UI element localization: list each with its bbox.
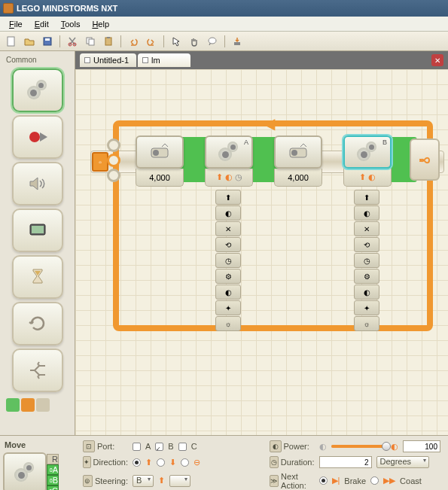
loop-arrow-icon: ◀━ <box>264 114 284 132</box>
file-tab-untitled[interactable]: Untitled-1 <box>80 53 136 67</box>
port-badge: B <box>382 138 387 146</box>
svg-rect-6 <box>89 39 94 45</box>
palette-sound[interactable] <box>12 162 63 205</box>
direction-icon: ✦ <box>83 456 91 468</box>
block-value: 4,000 <box>288 173 309 182</box>
svg-rect-10 <box>234 42 240 45</box>
thumb-port-r: R <box>47 454 59 464</box>
port-b-check[interactable] <box>155 443 163 451</box>
config-power-row: ◐Power: ◐ ◐ <box>270 440 441 453</box>
window-titlebar: LEGO MINDSTORMS NXT <box>0 0 448 17</box>
palette-switch[interactable] <box>12 348 63 392</box>
undo-button[interactable] <box>125 34 142 49</box>
port-badge: A <box>244 138 248 146</box>
app-icon <box>3 3 14 14</box>
palette-tab-complete[interactable] <box>21 398 35 412</box>
svg-point-17 <box>291 150 297 156</box>
motor-icon <box>148 142 171 162</box>
config-steering-row: ⊚Steering: B ⬆ <box>83 472 254 491</box>
menu-help[interactable]: Help <box>86 18 115 30</box>
palette-display[interactable] <box>12 208 63 252</box>
loop-end[interactable] <box>410 138 440 181</box>
steering-icon: ⊚ <box>83 475 93 487</box>
palette-wait[interactable] <box>12 255 63 299</box>
config-duration-row: ◷Duration: Degrees <box>270 456 441 469</box>
cut-button[interactable] <box>64 34 81 49</box>
palette-tab-custom[interactable] <box>36 398 50 412</box>
data-hub-b[interactable]: ⬆◐✕ ⟲◷⚙ ◐✦☼ <box>354 190 379 332</box>
redo-button[interactable] <box>143 34 160 49</box>
power-input[interactable] <box>403 440 440 452</box>
move-block-a[interactable]: A ⬆◐◷ <box>205 135 253 187</box>
power-slider[interactable] <box>331 445 387 448</box>
config-thumbnail: R 0A 0B 0C <box>3 452 47 490</box>
beam-connector <box>107 138 120 182</box>
pan-tool[interactable] <box>186 34 203 49</box>
next-action-icon: ≫ <box>270 475 279 487</box>
palette-move[interactable] <box>12 68 63 112</box>
pointer-tool[interactable] <box>168 34 184 49</box>
menu-edit[interactable]: Edit <box>29 18 55 30</box>
open-button[interactable] <box>21 34 38 49</box>
palette-record-play[interactable] <box>12 115 63 159</box>
svg-rect-0 <box>8 37 14 46</box>
thumb-port-b: 0B <box>47 475 59 485</box>
palette-tab-common[interactable] <box>6 398 20 412</box>
motor-block-2[interactable]: 4,000 <box>274 135 322 187</box>
config-panel: Move R 0A 0B 0C ⊡Port: A B C ◐Power: ◐ ◐… <box>0 435 448 490</box>
port-a-check[interactable] <box>133 443 141 451</box>
menu-tools[interactable]: Tools <box>55 18 87 30</box>
motor-block-1[interactable]: 4,000 <box>136 135 184 187</box>
palette-label: Common <box>3 54 72 65</box>
svg-point-15 <box>153 150 159 156</box>
svg-rect-7 <box>105 38 111 45</box>
duration-unit-select[interactable]: Degrees <box>376 456 429 468</box>
paste-button[interactable] <box>100 34 117 49</box>
svg-rect-13 <box>32 226 44 233</box>
config-direction-row: ✦Direction: ⬆ ⬇ ⊖ <box>83 456 254 469</box>
comment-tool[interactable] <box>204 34 221 49</box>
thumb-port-c: 0C <box>47 485 59 490</box>
duration-input[interactable] <box>319 456 372 468</box>
menubar: File Edit Tools Help <box>0 17 448 32</box>
power-icon: ◐ <box>270 440 282 452</box>
download-button[interactable] <box>229 34 245 49</box>
dir-stop-radio[interactable] <box>181 458 189 467</box>
brake-radio[interactable] <box>319 476 328 485</box>
svg-point-9 <box>209 38 216 44</box>
move-block-b[interactable]: B ⬆◐ <box>343 135 392 187</box>
config-next-row: ≫Next Action: ▶|Brake ▶▶Coast <box>270 472 441 491</box>
thumb-port-a: 0A <box>47 464 59 475</box>
config-title: Move <box>3 439 72 451</box>
palette-loop[interactable] <box>12 302 63 345</box>
svg-rect-2 <box>45 38 50 41</box>
toolbar <box>0 32 448 51</box>
motor-icon <box>287 142 309 162</box>
file-tab-lm[interactable]: lm <box>138 53 190 67</box>
data-hub-a[interactable]: ⬆◐✕ ⟲◷⚙ ◐✦☼ <box>215 190 241 332</box>
port-icon: ⊡ <box>83 440 95 452</box>
steering-right-select[interactable] <box>169 475 190 487</box>
program-canvas[interactable]: ◀━ ▫ 4,000 A ⬆◐◷ ⬆◐✕ ⟲◷⚙ ◐✦☼ 4 <box>75 69 448 435</box>
svg-rect-8 <box>107 37 110 38</box>
tabs-row: Untitled-1 lm ✕ <box>75 51 448 69</box>
port-c-check[interactable] <box>178 443 187 451</box>
start-block[interactable]: ▫ <box>92 152 108 172</box>
new-button[interactable] <box>3 34 20 49</box>
config-port-row: ⊡Port: A B C <box>83 440 254 453</box>
steering-left-select[interactable]: B <box>133 475 154 487</box>
close-tab-button[interactable]: ✕ <box>431 54 443 66</box>
svg-point-11 <box>29 132 40 142</box>
copy-button[interactable] <box>82 34 99 49</box>
coast-radio[interactable] <box>370 476 379 485</box>
menu-file[interactable]: File <box>3 18 29 30</box>
save-button[interactable] <box>39 34 56 49</box>
window-title: LEGO MINDSTORMS NXT <box>17 4 117 13</box>
block-value: 4,000 <box>149 173 170 182</box>
dir-rev-radio[interactable] <box>157 458 165 467</box>
infinity-icon <box>415 150 434 169</box>
duration-icon: ◷ <box>270 456 279 468</box>
block-palette: Common <box>0 51 75 435</box>
dir-fwd-radio[interactable] <box>133 458 141 467</box>
